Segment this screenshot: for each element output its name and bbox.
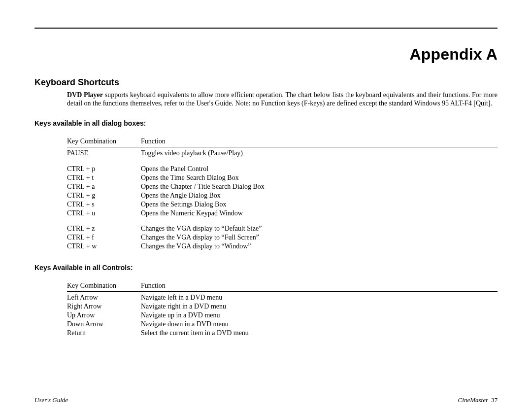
table-row: Right ArrowNavigate right in a DVD menu	[67, 302, 498, 311]
table-row: CTRL + uOpens the Numeric Keypad Window	[67, 209, 498, 218]
key-combination: Up Arrow	[67, 311, 141, 320]
key-function: Navigate left in a DVD menu	[141, 293, 498, 302]
row-gap	[67, 217, 498, 224]
table-row: ReturnSelect the current item in a DVD m…	[67, 329, 498, 338]
col-key: Key Combination	[67, 281, 141, 290]
table-group-1: PAUSEToggles video playback (Pause/Play)	[67, 149, 498, 158]
table-row: Up ArrowNavigate up in a DVD menu	[67, 311, 498, 320]
key-combination: CTRL + g	[67, 191, 141, 200]
col-fn: Function	[141, 281, 498, 290]
section-subtitle: Keyboard Shortcuts	[34, 77, 498, 88]
key-combination: CTRL + z	[67, 224, 141, 233]
footer-page-number: 37	[491, 396, 498, 404]
table-row: CTRL + pOpens the Panel Control	[67, 165, 498, 173]
table-row: CTRL + wChanges the VGA display to “Wind…	[67, 242, 498, 251]
footer-product: CineMaster	[458, 396, 488, 404]
key-combination: Down Arrow	[67, 320, 141, 329]
col-fn: Function	[141, 137, 498, 146]
section2-heading: Keys Available in all Controls:	[34, 264, 498, 272]
table-row: CTRL + fChanges the VGA display to “Full…	[67, 233, 498, 242]
intro-paragraph: DVD Player supports keyboard equivalents…	[34, 91, 498, 107]
key-combination: CTRL + f	[67, 233, 141, 242]
table-row: CTRL + aOpens the Chapter / Title Search…	[67, 182, 498, 191]
intro-bold: DVD Player	[67, 91, 103, 99]
key-combination: Return	[67, 329, 141, 338]
key-function: Changes the VGA display to “Full Screen”	[141, 233, 498, 242]
col-key: Key Combination	[67, 137, 141, 146]
key-combination: CTRL + w	[67, 242, 141, 251]
key-combination: CTRL + a	[67, 182, 141, 191]
key-function: Opens the Chapter / Title Search Dialog …	[141, 182, 498, 191]
appendix-title: Appendix A	[34, 45, 498, 64]
table-row: Left ArrowNavigate left in a DVD menu	[67, 293, 498, 302]
key-function: Navigate up in a DVD menu	[141, 311, 498, 320]
footer: User's Guide CineMaster37	[34, 396, 498, 404]
key-function: Opens the Time Search Dialog Box	[141, 173, 498, 182]
key-function: Changes the VGA display to “Window”	[141, 242, 498, 251]
key-combination: CTRL + s	[67, 200, 141, 209]
table-control-keys: Key Combination Function Left ArrowNavig…	[34, 281, 498, 337]
table-group-2: CTRL + pOpens the Panel ControlCTRL + tO…	[67, 165, 498, 217]
table-row: CTRL + sOpens the Settings Dialog Box	[67, 200, 498, 209]
table-row: CTRL + zChanges the VGA display to “Defa…	[67, 224, 498, 233]
key-function: Changes the VGA display to “Default Size…	[141, 224, 498, 233]
row-gap	[67, 158, 498, 165]
table-dialog-keys: Key Combination Function PAUSEToggles vi…	[34, 137, 498, 251]
key-combination: Left Arrow	[67, 293, 141, 302]
key-function: Opens the Settings Dialog Box	[141, 200, 498, 209]
key-function: Opens the Angle Dialog Box	[141, 191, 498, 200]
key-combination: CTRL + p	[67, 165, 141, 173]
top-rule	[34, 28, 498, 29]
key-function: Select the current item in a DVD menu	[141, 329, 498, 338]
table-header-row: Key Combination Function	[67, 137, 498, 147]
key-function: Toggles video playback (Pause/Play)	[141, 149, 498, 158]
table-group-3: CTRL + zChanges the VGA display to “Defa…	[67, 224, 498, 251]
key-function: Navigate right in a DVD menu	[141, 302, 498, 311]
key-combination: CTRL + u	[67, 209, 141, 218]
key-combination: CTRL + t	[67, 173, 141, 182]
section1-heading: Keys available in all dialog boxes:	[34, 119, 498, 127]
intro-rest: supports keyboard equivalents to allow m…	[67, 91, 498, 107]
table-row: CTRL + gOpens the Angle Dialog Box	[67, 191, 498, 200]
footer-left: User's Guide	[34, 396, 68, 404]
key-combination: PAUSE	[67, 149, 141, 158]
table-header-row: Key Combination Function	[67, 281, 498, 292]
table-row: CTRL + tOpens the Time Search Dialog Box	[67, 173, 498, 182]
table-row: Down ArrowNavigate down in a DVD menu	[67, 320, 498, 329]
table-row: PAUSEToggles video playback (Pause/Play)	[67, 149, 498, 158]
table-group-controls: Left ArrowNavigate left in a DVD menuRig…	[67, 293, 498, 338]
footer-right: CineMaster37	[458, 396, 498, 404]
key-function: Opens the Numeric Keypad Window	[141, 209, 498, 218]
page: Appendix A Keyboard Shortcuts DVD Player…	[0, 0, 532, 411]
key-function: Opens the Panel Control	[141, 165, 498, 173]
key-combination: Right Arrow	[67, 302, 141, 311]
key-function: Navigate down in a DVD menu	[141, 320, 498, 329]
